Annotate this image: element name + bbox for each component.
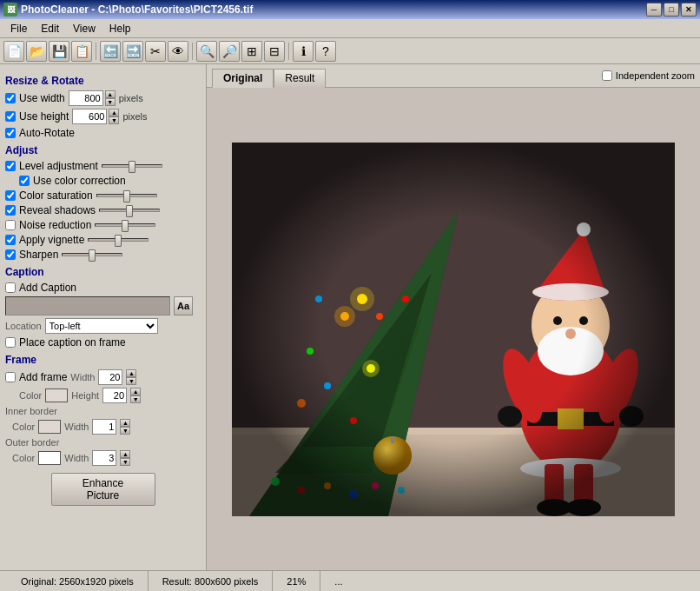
place-on-frame-row: Place caption on frame xyxy=(5,336,201,349)
apply-vignette-slider[interactable] xyxy=(88,238,149,242)
inner-color-swatch[interactable] xyxy=(38,420,61,434)
sharpen-slider[interactable] xyxy=(62,253,122,256)
sharpen-row: Sharpen xyxy=(5,249,201,261)
frame-height-input[interactable] xyxy=(102,388,127,403)
result-status: Result: 800x600 pixels xyxy=(149,571,274,591)
outer-width-input[interactable] xyxy=(92,450,116,466)
zoom-reset-button[interactable]: ⊟ xyxy=(264,41,285,62)
extra-status: ... xyxy=(320,571,356,591)
redeye-button[interactable]: 👁 xyxy=(168,41,188,62)
color-saturation-label: Color saturation xyxy=(19,189,93,202)
sharpen-checkbox[interactable] xyxy=(5,249,16,260)
crop-button[interactable]: ✂ xyxy=(145,41,166,62)
inner-width-down[interactable]: ▼ xyxy=(120,427,130,435)
add-frame-checkbox[interactable] xyxy=(5,372,16,382)
frame-color-label: Color xyxy=(5,390,42,401)
help-button[interactable]: ? xyxy=(315,41,336,62)
menu-view[interactable]: View xyxy=(66,21,102,37)
noise-reduction-row: Noise reduction xyxy=(5,219,201,231)
frame-height-label: Height xyxy=(71,390,99,401)
independent-zoom-checkbox[interactable] xyxy=(602,70,612,81)
level-adjustment-checkbox[interactable] xyxy=(5,161,16,171)
back-button[interactable]: 🔙 xyxy=(100,41,121,62)
outer-color-swatch[interactable] xyxy=(38,451,61,465)
frame-width-input[interactable] xyxy=(98,369,122,385)
apply-vignette-row: Apply vignette xyxy=(5,234,201,246)
location-select[interactable]: Top-left Top-center Top-right Bottom-lef… xyxy=(45,318,158,334)
svg-rect-53 xyxy=(232,143,675,516)
noise-reduction-checkbox[interactable] xyxy=(5,220,16,230)
frame-width-down[interactable]: ▼ xyxy=(126,377,136,385)
width-down-button[interactable]: ▼ xyxy=(105,98,116,106)
menu-file[interactable]: File xyxy=(3,21,34,37)
auto-rotate-row: Auto-Rotate xyxy=(5,127,201,139)
noise-reduction-label: Noise reduction xyxy=(19,219,91,231)
height-up-button[interactable]: ▲ xyxy=(109,109,119,116)
outer-border-row: Outer border xyxy=(5,437,201,448)
forward-button[interactable]: 🔜 xyxy=(122,41,143,62)
auto-rotate-checkbox[interactable] xyxy=(5,128,16,138)
frame-height-up[interactable]: ▲ xyxy=(130,388,141,395)
new-button[interactable]: 📄 xyxy=(3,41,24,62)
reveal-shadows-slider[interactable] xyxy=(99,209,160,212)
outer-width-up[interactable]: ▲ xyxy=(120,450,130,458)
reveal-shadows-checkbox[interactable] xyxy=(5,205,16,216)
inner-width-up[interactable]: ▲ xyxy=(120,419,130,427)
height-down-button[interactable]: ▼ xyxy=(109,116,119,124)
sharpen-label: Sharpen xyxy=(19,249,58,261)
titlebar: 🖼 PhotoCleaner - C:\Photo\Favorites\PICT… xyxy=(0,0,700,19)
tab-result[interactable]: Result xyxy=(274,69,326,88)
info-button[interactable]: ℹ xyxy=(293,41,314,62)
level-adjustment-slider[interactable] xyxy=(102,164,162,168)
frame-height-down[interactable]: ▼ xyxy=(130,395,141,403)
place-on-frame-checkbox[interactable] xyxy=(5,337,16,348)
outer-border-label: Outer border xyxy=(5,437,59,448)
outer-width-down[interactable]: ▼ xyxy=(120,458,130,466)
zoom-status-text: 21% xyxy=(287,576,306,587)
add-caption-checkbox[interactable] xyxy=(5,282,16,293)
add-frame-label: Add frame xyxy=(19,371,67,383)
use-height-checkbox[interactable] xyxy=(5,111,16,122)
frame-width-up[interactable]: ▲ xyxy=(126,369,136,377)
font-button[interactable]: Aa xyxy=(174,296,193,315)
frame-color-swatch[interactable] xyxy=(45,388,68,402)
toolbar-sep-1 xyxy=(96,43,96,60)
open-button[interactable]: 📂 xyxy=(26,41,47,62)
right-panel: Original Result Independent zoom xyxy=(207,64,700,570)
frame-color-row: Color Height ▲ ▼ xyxy=(5,388,201,403)
maximize-button[interactable]: □ xyxy=(664,3,679,17)
close-button[interactable]: ✕ xyxy=(681,3,697,17)
location-label: Location xyxy=(5,321,42,331)
save-button[interactable]: 💾 xyxy=(49,41,69,62)
add-frame-row: Add frame Width ▲ ▼ xyxy=(5,369,201,385)
menu-help[interactable]: Help xyxy=(102,21,138,37)
use-width-checkbox[interactable] xyxy=(5,93,16,103)
zoom-in-button[interactable]: 🔍 xyxy=(196,41,217,62)
location-row: Location Top-left Top-center Top-right B… xyxy=(5,318,201,334)
height-input[interactable] xyxy=(72,109,107,124)
minimize-button[interactable]: ─ xyxy=(646,3,662,17)
tab-original[interactable]: Original xyxy=(212,69,274,88)
noise-reduction-slider[interactable] xyxy=(95,223,155,227)
copy-button[interactable]: 📋 xyxy=(71,41,92,62)
color-saturation-checkbox[interactable] xyxy=(5,190,16,201)
menu-edit[interactable]: Edit xyxy=(34,21,66,37)
tabs-row: Original Result Independent zoom xyxy=(207,64,700,88)
frame-title: Frame xyxy=(5,354,201,366)
inner-width-input[interactable] xyxy=(92,419,116,435)
width-up-button[interactable]: ▲ xyxy=(105,90,116,98)
color-saturation-slider[interactable] xyxy=(96,194,157,197)
enhance-picture-button[interactable]: Enhance Picture xyxy=(51,473,155,506)
result-status-text: Result: 800x600 pixels xyxy=(162,576,259,587)
photo-svg xyxy=(232,143,675,516)
place-on-frame-label: Place caption on frame xyxy=(19,336,126,349)
apply-vignette-checkbox[interactable] xyxy=(5,235,16,245)
zoom-out-button[interactable]: 🔎 xyxy=(219,41,240,62)
statusbar: Original: 2560x1920 pixels Result: 800x6… xyxy=(0,570,700,591)
width-input[interactable] xyxy=(69,90,103,106)
caption-text-input[interactable] xyxy=(5,296,170,315)
zoom-fit-button[interactable]: ⊞ xyxy=(241,41,262,62)
color-correction-checkbox[interactable] xyxy=(19,176,30,186)
toolbar: 📄 📂 💾 📋 🔙 🔜 ✂ 👁 🔍 🔎 ⊞ ⊟ ℹ ? xyxy=(0,38,700,64)
left-panel: Resize & Rotate Use width ▲ ▼ pixels Use… xyxy=(0,64,207,570)
